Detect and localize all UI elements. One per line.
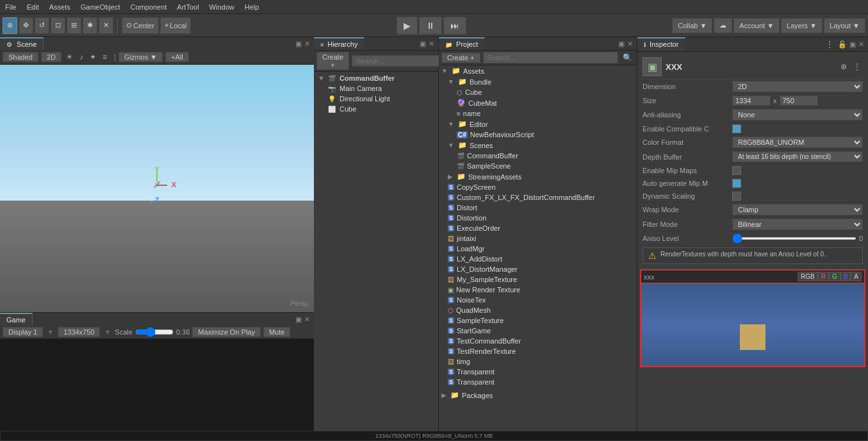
menu-edit[interactable]: Edit	[22, 2, 44, 12]
project-distortion[interactable]: S Distortion	[439, 213, 637, 223]
inspector-maximize-btn[interactable]: ▣	[849, 40, 856, 49]
shading-mode-btn[interactable]: Shaded	[3, 52, 38, 62]
project-bundle[interactable]: ▼ 📁 Bundle	[439, 76, 637, 87]
scene-tab[interactable]: ⚙ Scene	[0, 37, 44, 50]
project-cube-mesh[interactable]: ⬡ Cube	[439, 87, 637, 97]
compat-checkbox[interactable]	[732, 124, 741, 133]
rgb-btn[interactable]: RGB	[798, 272, 818, 281]
menu-arttool[interactable]: ArtTool	[172, 2, 204, 12]
project-lx-adddistort[interactable]: S LX_AddDistort	[439, 254, 637, 264]
project-samplescene[interactable]: 🎬 SampleScene	[439, 161, 637, 171]
hierarchy-search[interactable]	[352, 55, 449, 67]
menu-component[interactable]: Component	[125, 2, 172, 12]
resolution-btn[interactable]: 1334x750	[58, 327, 100, 337]
hierarchy-item-cube[interactable]: ⬜ Cube	[315, 104, 437, 114]
scene-view-options[interactable]: ≡	[101, 51, 109, 63]
gizmos-btn[interactable]: Gizmos ▼	[119, 52, 163, 62]
game-maximize-btn[interactable]: ▣	[295, 315, 302, 324]
project-loadmgr[interactable]: S LoadMgr	[439, 244, 637, 254]
b-channel-btn[interactable]: B	[840, 272, 851, 281]
project-quadmesh[interactable]: ⬡ QuadMesh	[439, 305, 637, 315]
size-y-input[interactable]	[780, 96, 818, 106]
hierarchy-maximize-btn[interactable]: ▣	[420, 40, 426, 48]
a-channel-btn[interactable]: A	[851, 272, 862, 281]
hierarchy-create-btn[interactable]: Create +	[316, 52, 349, 70]
project-packages[interactable]: ▶ 📁 Packages	[439, 390, 637, 401]
project-my-sampletexture[interactable]: 🖼 My_SampleTexture	[439, 274, 637, 285]
project-startgame[interactable]: S StartGame	[439, 326, 637, 336]
project-new-render-texture[interactable]: ▣ New Render Texture	[439, 285, 637, 295]
inspector-lock-btn[interactable]: 🔓	[838, 40, 847, 49]
inspector-tab[interactable]: ℹ Inspector	[637, 37, 685, 51]
game-close-btn[interactable]: ✕	[304, 315, 310, 324]
inspector-options-btn[interactable]: ⋮	[824, 38, 835, 50]
pivot-center-btn[interactable]: ⊙ Center	[122, 17, 159, 34]
account-btn[interactable]: Account ▼	[733, 18, 780, 33]
project-distort[interactable]: S Distort	[439, 203, 637, 213]
play-btn[interactable]: ▶	[397, 17, 418, 35]
2d-btn[interactable]: 2D	[41, 52, 61, 62]
antialias-select[interactable]: None2x4x8x	[732, 109, 863, 121]
hierarchy-close-btn[interactable]: ✕	[429, 40, 434, 48]
menu-gameobject[interactable]: GameObject	[76, 2, 126, 12]
all-btn[interactable]: +All	[165, 52, 189, 62]
project-jintaixi[interactable]: 🖼 jintaixi	[439, 233, 637, 244]
r-channel-btn[interactable]: R	[818, 272, 829, 281]
step-btn[interactable]: ⏭	[443, 17, 466, 35]
depth-select[interactable]: At least 16 bits depth (no stencil)	[732, 151, 863, 162]
project-maximize-btn[interactable]: ▣	[618, 40, 625, 48]
project-executeorder[interactable]: S ExecuteOrder	[439, 223, 637, 233]
project-testcommandbuffer[interactable]: S TestCommandBuffer	[439, 336, 637, 346]
project-timg[interactable]: 🖼 timg	[439, 356, 637, 367]
project-testrendertexture[interactable]: S TestRenderTexture	[439, 346, 637, 356]
mute-btn[interactable]: Mute	[263, 327, 290, 337]
display-btn[interactable]: Display 1	[3, 327, 43, 337]
rotate-tool-btn[interactable]: ↺	[35, 17, 49, 34]
hand-tool-btn[interactable]: ⊕	[3, 17, 17, 34]
project-create-btn[interactable]: Create +	[441, 53, 480, 63]
project-sampletexture[interactable]: S SampleTexture	[439, 315, 637, 326]
auto-mip-checkbox[interactable]	[732, 179, 741, 188]
menu-help[interactable]: Help	[240, 2, 265, 12]
color-format-select[interactable]: R8G8B8A8_UNORM	[732, 137, 863, 148]
project-custom-fx[interactable]: S Custom_FX_LX_FX_DistortCommandBuffer	[439, 192, 637, 203]
project-scenes[interactable]: ▼ 📁 Scenes	[439, 140, 637, 151]
project-name[interactable]: ≡ name	[439, 108, 637, 119]
g-channel-btn[interactable]: G	[829, 272, 840, 281]
project-close-btn[interactable]: ✕	[627, 40, 633, 48]
fx-btn[interactable]: ✦	[88, 51, 98, 63]
menu-assets[interactable]: Assets	[44, 2, 76, 12]
menu-window[interactable]: Window	[204, 2, 240, 12]
menu-file[interactable]: File	[0, 2, 22, 12]
scale-tool-btn[interactable]: ⊡	[51, 17, 65, 34]
size-x-input[interactable]	[732, 96, 771, 106]
project-streamingassets[interactable]: ▶ 📁 StreamingAssets	[439, 171, 637, 182]
move-tool-btn[interactable]: ✥	[19, 17, 33, 34]
scale-slider[interactable]	[135, 328, 174, 336]
project-noisetex[interactable]: S NoiseTex	[439, 295, 637, 305]
collab-btn[interactable]: Collab ▼	[672, 18, 712, 33]
asset-options-btn[interactable]: ⋮	[851, 61, 863, 72]
transform-tool-btn[interactable]: ✱	[83, 17, 97, 34]
dynamic-scale-checkbox[interactable]	[732, 192, 741, 201]
project-tab[interactable]: 📁 Project	[439, 37, 485, 50]
mip-maps-checkbox[interactable]	[732, 166, 741, 175]
project-copyscreen[interactable]: S CopyScreen	[439, 182, 637, 192]
hierarchy-root[interactable]: ▼ 🎬 CommandBuffer	[315, 73, 437, 83]
audio-btn[interactable]: ♪	[78, 51, 85, 63]
project-lx-distortmanager[interactable]: S LX_DistortManager	[439, 264, 637, 274]
project-transparent-2[interactable]: S Transparent	[439, 377, 637, 387]
open-btn[interactable]: ⊕	[839, 61, 849, 72]
hierarchy-item-camera[interactable]: 📷 Main Camera	[315, 83, 437, 94]
maximize-play-btn[interactable]: Maximize On Play	[192, 327, 261, 337]
dimension-select[interactable]: 2D3D	[732, 81, 863, 92]
cloud-btn[interactable]: ☁	[714, 18, 732, 33]
project-editor[interactable]: ▼ 📁 Editor	[439, 119, 637, 129]
filter-select[interactable]: BilinearPointTrilinear	[732, 219, 863, 230]
layers-btn[interactable]: Layers ▼	[781, 18, 823, 33]
game-tab[interactable]: Game	[0, 313, 33, 326]
project-commandbuffer-scene[interactable]: 🎬 CommandBuffer	[439, 151, 637, 161]
custom-tool-btn[interactable]: ✕	[99, 17, 113, 34]
project-newbehaviourscript[interactable]: C# NewBehaviourScript	[439, 129, 637, 140]
wrap-select[interactable]: ClampRepeat	[732, 204, 863, 215]
